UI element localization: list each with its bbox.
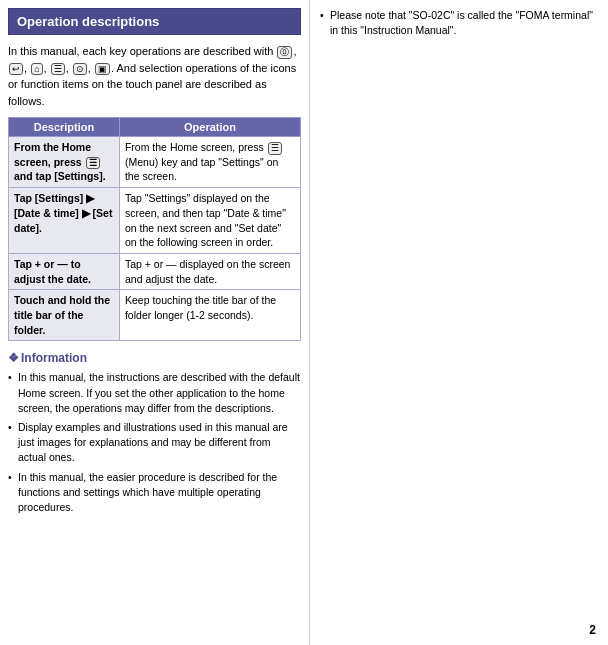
table-header-description: Description — [9, 118, 120, 137]
table-cell-op-4: Keep touching the title bar of the folde… — [119, 290, 300, 341]
table-cell-op-1: From the Home screen, press ☰ (Menu) key… — [119, 137, 300, 188]
icon-home: ⌂ — [31, 63, 42, 76]
right-bullet-list: Please note that "SO-02C" is called the … — [320, 8, 600, 38]
header-title: Operation descriptions — [17, 14, 159, 29]
icon-camera: ▣ — [95, 63, 110, 76]
icon-zero: ⓪ — [277, 46, 292, 59]
right-column: Please note that "SO-02C" is called the … — [310, 0, 608, 645]
table-cell-op-2: Tap "Settings" displayed on the screen, … — [119, 188, 300, 254]
list-item: Display examples and illustrations used … — [8, 420, 301, 466]
page-container: Operation descriptions In this manual, e… — [0, 0, 608, 645]
list-item: In this manual, the instructions are des… — [8, 370, 301, 416]
icon-circle: ⊙ — [73, 63, 87, 76]
icon-menu-sm2: ☰ — [268, 142, 282, 155]
left-column: Operation descriptions In this manual, e… — [0, 0, 310, 645]
table-cell-desc-1: From the Home screen, press ☰ and tap [S… — [9, 137, 120, 188]
table-row: Touch and hold the title bar of the fold… — [9, 290, 301, 341]
icon-menu: ☰ — [51, 63, 65, 76]
table-row: Tap [Settings] ▶ [Date & time] ▶ [Set da… — [9, 188, 301, 254]
table-row: Tap + or — to adjust the date. Tap + or … — [9, 253, 301, 289]
list-item: Please note that "SO-02C" is called the … — [320, 8, 600, 38]
diamond-icon: ❖ — [8, 351, 19, 365]
icon-back: ↩ — [9, 63, 23, 76]
table-cell-desc-3: Tap + or — to adjust the date. — [9, 253, 120, 289]
intro-paragraph: In this manual, each key operations are … — [8, 43, 301, 109]
operation-table: Description Operation From the Home scre… — [8, 117, 301, 341]
table-cell-op-3: Tap + or — displayed on the screen and a… — [119, 253, 300, 289]
page-number: 2 — [589, 623, 596, 637]
operation-descriptions-header: Operation descriptions — [8, 8, 301, 35]
icon-menu-sm: ☰ — [86, 157, 100, 170]
table-header-operation: Operation — [119, 118, 300, 137]
information-section-title: ❖Information — [8, 351, 301, 365]
list-item: In this manual, the easier procedure is … — [8, 470, 301, 516]
table-cell-desc-4: Touch and hold the title bar of the fold… — [9, 290, 120, 341]
information-list: In this manual, the instructions are des… — [8, 370, 301, 515]
table-row: From the Home screen, press ☰ and tap [S… — [9, 137, 301, 188]
table-cell-desc-2: Tap [Settings] ▶ [Date & time] ▶ [Set da… — [9, 188, 120, 254]
